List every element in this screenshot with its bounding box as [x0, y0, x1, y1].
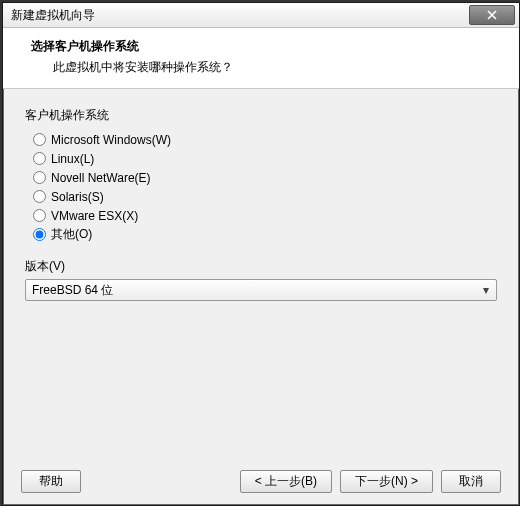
guest-os-radio[interactable] — [33, 209, 46, 222]
guest-os-option-label[interactable]: Solaris(S) — [51, 190, 104, 204]
wizard-content: 客户机操作系统 Microsoft Windows(W)Linux(L)Nove… — [3, 89, 519, 457]
guest-os-option-label[interactable]: VMware ESX(X) — [51, 209, 138, 223]
guest-os-option-label[interactable]: Microsoft Windows(W) — [51, 133, 171, 147]
close-icon — [487, 10, 497, 20]
guest-os-radio-group: Microsoft Windows(W)Linux(L)Novell NetWa… — [25, 130, 497, 244]
guest-os-option[interactable]: Linux(L) — [33, 149, 497, 168]
version-label: 版本(V) — [25, 258, 497, 275]
version-selected-text: FreeBSD 64 位 — [32, 282, 113, 299]
back-button[interactable]: < 上一步(B) — [240, 470, 332, 493]
guest-os-radio[interactable] — [33, 190, 46, 203]
guest-os-option[interactable]: Microsoft Windows(W) — [33, 130, 497, 149]
wizard-footer: 帮助 < 上一步(B) 下一步(N) > 取消 — [3, 457, 519, 505]
next-button[interactable]: 下一步(N) > — [340, 470, 433, 493]
guest-os-radio[interactable] — [33, 171, 46, 184]
guest-os-option-label[interactable]: Novell NetWare(E) — [51, 171, 151, 185]
header-title: 选择客户机操作系统 — [3, 38, 519, 55]
guest-os-option-label[interactable]: Linux(L) — [51, 152, 94, 166]
wizard-header: 选择客户机操作系统 此虚拟机中将安装哪种操作系统？ — [3, 28, 519, 89]
guest-os-radio[interactable] — [33, 152, 46, 165]
guest-os-option[interactable]: VMware ESX(X) — [33, 206, 497, 225]
guest-os-section-label: 客户机操作系统 — [25, 107, 497, 124]
header-subtitle: 此虚拟机中将安装哪种操作系统？ — [3, 59, 519, 76]
chevron-down-icon: ▾ — [479, 283, 493, 297]
titlebar: 新建虚拟机向导 — [3, 3, 519, 28]
guest-os-option[interactable]: Solaris(S) — [33, 187, 497, 206]
cancel-button[interactable]: 取消 — [441, 470, 501, 493]
wizard-window: 新建虚拟机向导 选择客户机操作系统 此虚拟机中将安装哪种操作系统？ 客户机操作系… — [2, 2, 520, 506]
guest-os-option[interactable]: 其他(O) — [33, 225, 497, 244]
guest-os-option-label[interactable]: 其他(O) — [51, 226, 92, 243]
window-title: 新建虚拟机向导 — [3, 7, 95, 24]
version-combobox[interactable]: FreeBSD 64 位 ▾ — [25, 279, 497, 301]
help-button[interactable]: 帮助 — [21, 470, 81, 493]
guest-os-radio[interactable] — [33, 228, 46, 241]
close-button[interactable] — [469, 5, 515, 25]
guest-os-option[interactable]: Novell NetWare(E) — [33, 168, 497, 187]
guest-os-radio[interactable] — [33, 133, 46, 146]
